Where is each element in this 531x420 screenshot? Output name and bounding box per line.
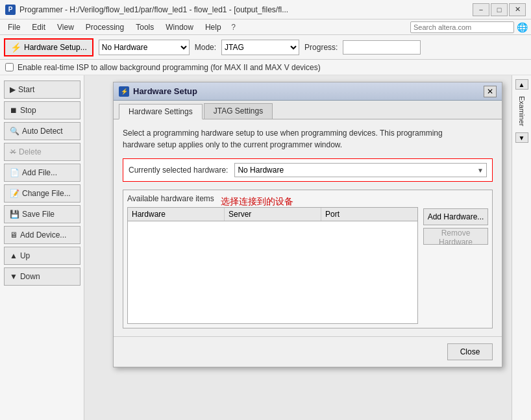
add-device-icon: 🖥 — [10, 230, 18, 240]
progress-bar — [343, 40, 421, 55]
hardware-setup-button[interactable]: ⚡ Hardware Setup... — [4, 38, 93, 56]
menu-edit[interactable]: Edit — [27, 21, 51, 33]
start-icon: ▶ — [10, 85, 16, 94]
delete-label: Delete — [19, 147, 42, 156]
close-dialog-button[interactable]: Close — [447, 343, 493, 360]
col-hardware: Hardware — [128, 208, 225, 221]
left-sidebar: ▶ Start ⏹ Stop 🔍 Auto Detect ✕ Delete 📄 … — [0, 75, 84, 420]
dialog-body: Select a programming hardware setup to u… — [114, 119, 502, 336]
hw-selected-value: No Hardware — [238, 166, 284, 175]
menu-file[interactable]: File — [3, 21, 25, 33]
dialog-description: Select a programming hardware setup to u… — [123, 127, 493, 151]
hardware-setup-dialog: ⚡ Hardware Setup ✕ Hardware Settings JTA… — [113, 82, 502, 367]
available-hardware-section: Available hardware items Hardware Server… — [123, 190, 493, 328]
menu-processing[interactable]: Processing — [80, 21, 129, 33]
stop-icon: ⏹ — [10, 106, 18, 115]
title-bar: P Programmer - H:/Verilog/flow_led1/par/… — [0, 0, 531, 19]
down-icon: ▼ — [10, 272, 18, 281]
remove-hardware-button[interactable]: Remove Hardware — [423, 228, 488, 245]
down-label: Down — [20, 272, 40, 281]
col-port: Port — [321, 208, 417, 221]
change-file-icon: 📝 — [10, 189, 19, 198]
save-file-icon: 💾 — [10, 210, 19, 219]
auto-detect-label: Auto Detect — [22, 127, 63, 136]
title-bar-controls: − □ ✕ — [473, 3, 526, 16]
dialog-footer: Close — [114, 336, 502, 367]
change-file-label: Change File... — [22, 189, 71, 198]
menu-bar: File Edit View Processing Tools Window H… — [0, 19, 531, 35]
scroll-down-arrow[interactable]: ▼ — [515, 132, 528, 143]
checkbox-row: Enable real-time ISP to allow background… — [0, 60, 531, 75]
hw-selected-row: Currently selected hardware: No Hardware… — [123, 158, 493, 182]
help-icon: ? — [228, 23, 240, 32]
scroll-up-arrow[interactable]: ▲ — [515, 79, 528, 90]
tab-hardware-settings[interactable]: Hardware Settings — [119, 104, 203, 119]
globe-icon[interactable]: 🌐 — [515, 21, 528, 34]
dropdown-arrow-icon: ▼ — [477, 167, 484, 174]
mode-label: Mode: — [195, 43, 216, 52]
menu-window[interactable]: Window — [160, 21, 199, 33]
add-file-icon: 📄 — [10, 168, 19, 177]
dialog-overlay: ⚡ Hardware Setup ✕ Hardware Settings JTA… — [84, 75, 531, 420]
progress-label: Progress: — [304, 43, 338, 52]
dialog-title-text: Hardware Setup — [133, 86, 480, 96]
hardware-select[interactable]: No Hardware — [99, 40, 190, 55]
search-input[interactable] — [410, 21, 514, 33]
hw-selected-dropdown[interactable]: No Hardware ▼ — [234, 163, 487, 177]
delete-icon: ✕ — [10, 147, 16, 156]
maximize-button[interactable]: □ — [491, 3, 508, 16]
add-device-label: Add Device... — [20, 230, 66, 240]
dialog-icon: ⚡ — [119, 86, 129, 97]
stop-label: Stop — [20, 106, 36, 115]
start-button[interactable]: ▶ Start — [4, 80, 80, 99]
auto-detect-icon: 🔍 — [10, 127, 19, 136]
minimize-button[interactable]: − — [473, 3, 489, 16]
main-content: ▶ Start ⏹ Stop 🔍 Auto Detect ✕ Delete 📄 … — [0, 75, 531, 420]
up-button[interactable]: ▲ Up — [4, 247, 80, 265]
menu-view[interactable]: View — [52, 21, 79, 33]
hw-action-buttons: Add Hardware... Remove Hardware — [423, 207, 488, 324]
add-file-label: Add File... — [22, 168, 57, 177]
menu-tools[interactable]: Tools — [130, 21, 159, 33]
hw-selected-label: Currently selected hardware: — [129, 166, 228, 175]
save-file-label: Save File — [22, 210, 55, 219]
table-header: Hardware Server Port — [128, 208, 417, 221]
stop-button[interactable]: ⏹ Stop — [4, 101, 80, 119]
tab-jtag-settings[interactable]: JTAG Settings — [204, 103, 273, 119]
mode-select[interactable]: JTAG Active Serial Passive Serial — [221, 40, 299, 55]
menu-help[interactable]: Help — [200, 21, 227, 33]
examiner-tab[interactable]: Examiner — [517, 91, 527, 131]
toolbar: ⚡ Hardware Setup... No Hardware Mode: JT… — [0, 35, 531, 60]
available-section-title: Available hardware items — [127, 194, 488, 203]
save-file-button[interactable]: 💾 Save File — [4, 205, 80, 223]
app-icon: P — [5, 5, 16, 15]
add-file-button[interactable]: 📄 Add File... — [4, 164, 80, 182]
center-area: ⚡ Hardware Setup ✕ Hardware Settings JTA… — [84, 75, 531, 420]
right-panel: ▲ Examiner ▼ — [512, 75, 531, 420]
dialog-title-bar: ⚡ Hardware Setup ✕ — [114, 82, 502, 101]
col-server: Server — [225, 208, 321, 221]
available-hardware-table: Hardware Server Port — [127, 207, 418, 324]
available-table-container: Hardware Server Port Add Hardware... Rem… — [127, 207, 488, 324]
add-device-button[interactable]: 🖥 Add Device... — [4, 226, 80, 244]
dialog-close-x-button[interactable]: ✕ — [484, 86, 497, 97]
dialog-tabs: Hardware Settings JTAG Settings — [114, 101, 502, 119]
delete-button[interactable]: ✕ Delete — [4, 143, 80, 161]
up-icon: ▲ — [10, 251, 18, 260]
realtime-isp-checkbox[interactable] — [5, 63, 14, 71]
title-bar-text: Programmer - H:/Verilog/flow_led1/par/fl… — [19, 5, 473, 14]
change-file-button[interactable]: 📝 Change File... — [4, 184, 80, 203]
down-button[interactable]: ▼ Down — [4, 267, 80, 286]
auto-detect-button[interactable]: 🔍 Auto Detect — [4, 122, 80, 140]
table-body — [128, 221, 417, 321]
add-hardware-button[interactable]: Add Hardware... — [423, 208, 488, 225]
up-label: Up — [20, 251, 30, 260]
start-label: Start — [18, 85, 34, 94]
realtime-isp-label: Enable real-time ISP to allow background… — [18, 63, 321, 72]
close-button[interactable]: ✕ — [509, 3, 526, 16]
